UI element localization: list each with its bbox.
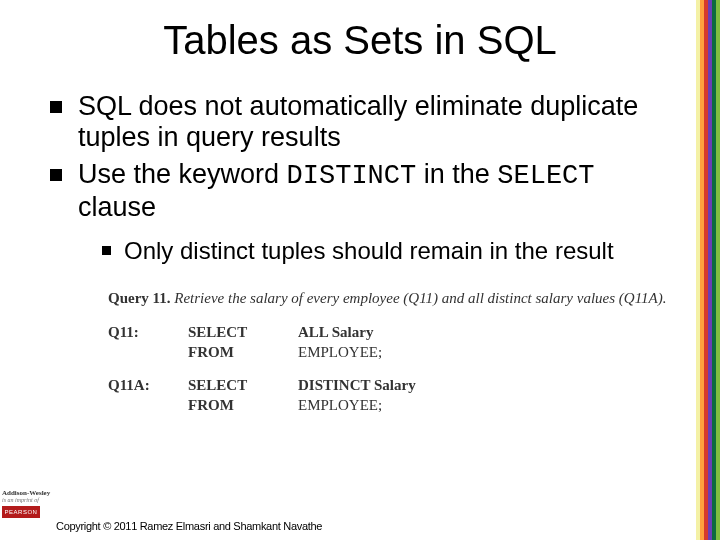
publisher-line1: Addison-Wesley: [2, 490, 62, 497]
sub-bullet-1: Only distinct tuples should remain in th…: [102, 237, 680, 266]
q11-from-kw: FROM: [188, 342, 298, 362]
q11a-select-kw: SELECT: [188, 375, 298, 395]
slide-title: Tables as Sets in SQL: [0, 0, 720, 63]
publisher-line2: is an imprint of: [2, 497, 62, 503]
slide: Tables as Sets in SQL SQL does not autom…: [0, 0, 720, 540]
slide-body: SQL does not automatically eliminate dup…: [0, 63, 720, 415]
q11-select-kw: SELECT: [188, 322, 298, 342]
query-q11: Q11: SELECT ALL Salary FROM EMPLOYEE;: [108, 322, 680, 363]
query-q11a: Q11A: SELECT DISTINCT Salary FROM EMPLOY…: [108, 375, 680, 416]
q11a-from-kw: FROM: [188, 395, 298, 415]
q11a-select-arg: DISTINCT Salary: [298, 375, 416, 395]
publisher-logo: Addison-Wesley is an imprint of PEARSON: [2, 490, 62, 518]
copyright-text: Copyright © 2011 Ramez Elmasri and Shamk…: [56, 520, 322, 532]
bullet-1: SQL does not automatically eliminate dup…: [50, 91, 680, 153]
keyword-select: SELECT: [497, 161, 594, 191]
q11a-id: Q11A:: [108, 375, 188, 395]
query-header: Query 11. Retrieve the salary of every e…: [108, 288, 668, 308]
decorative-stripe: [696, 0, 720, 540]
q11-id: Q11:: [108, 322, 188, 342]
pearson-badge: PEARSON: [2, 506, 40, 518]
footer: Addison-Wesley is an imprint of PEARSON …: [0, 500, 720, 540]
bullet-2-mid: in the: [416, 159, 497, 189]
query-label: Query 11.: [108, 290, 171, 306]
q11-from-arg: EMPLOYEE;: [298, 342, 382, 362]
keyword-distinct: DISTINCT: [287, 161, 417, 191]
q11a-from-arg: EMPLOYEE;: [298, 395, 382, 415]
bullet-2: Use the keyword DISTINCT in the SELECT c…: [50, 159, 680, 266]
bullet-2-post: clause: [78, 192, 156, 222]
query-desc: Retrieve the salary of every employee (Q…: [171, 290, 667, 306]
bullet-2-pre: Use the keyword: [78, 159, 287, 189]
query-block: Query 11. Retrieve the salary of every e…: [108, 288, 680, 415]
q11-select-arg: ALL Salary: [298, 322, 373, 342]
